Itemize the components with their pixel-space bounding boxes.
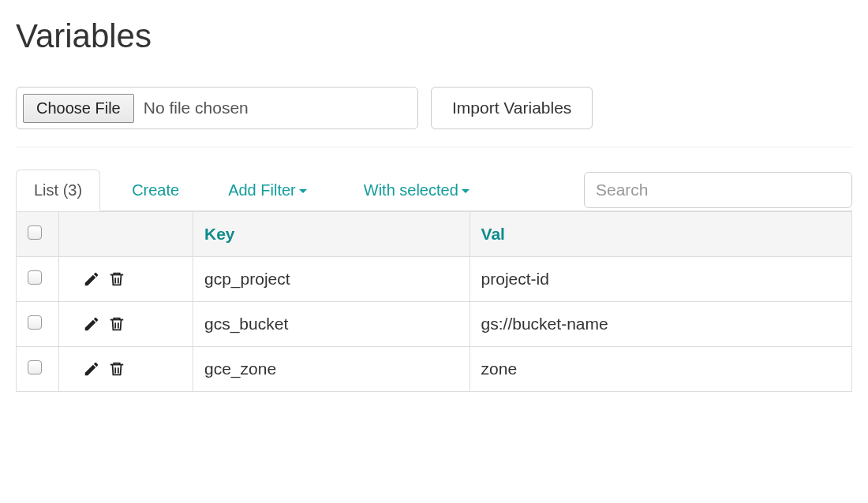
table-row: gcs_bucket gs://bucket-name [17,302,852,347]
with-selected-dropdown[interactable]: With selected [346,170,487,211]
caret-down-icon [462,189,470,193]
row-checkbox[interactable] [28,270,42,285]
select-all-header [17,212,59,257]
tab-list[interactable]: List (3) [16,170,100,211]
caret-down-icon [299,189,307,193]
delete-icon[interactable] [108,315,125,333]
row-checkbox[interactable] [28,315,42,330]
search-input[interactable] [584,172,852,208]
column-header-key[interactable]: Key [193,212,470,257]
table-row: gcp_project project-id [17,257,852,302]
import-variables-button[interactable]: Import Variables [431,87,593,129]
cell-val: gs://bucket-name [470,302,851,347]
edit-icon[interactable] [83,360,100,378]
delete-icon[interactable] [108,270,125,288]
row-checkbox[interactable] [28,360,42,374]
cell-key: gce_zone [193,347,470,392]
actions-header [59,212,193,257]
add-filter-dropdown[interactable]: Add Filter [211,170,324,211]
cell-key: gcp_project [193,257,470,302]
page-title: Variables [16,17,852,55]
create-link[interactable]: Create [114,170,196,211]
upload-row: Choose File No file chosen Import Variab… [16,87,852,147]
toolbar: List (3) Create Add Filter With selected [16,170,852,211]
choose-file-button[interactable]: Choose File [23,94,134,123]
table-row: gce_zone zone [17,347,852,392]
variables-table: Key Val gcp_project project-id [16,211,852,392]
edit-icon[interactable] [83,315,100,333]
cell-val: project-id [470,257,851,302]
with-selected-label: With selected [364,181,458,199]
cell-val: zone [470,347,851,392]
add-filter-label: Add Filter [228,181,296,199]
file-picker[interactable]: Choose File No file chosen [16,87,418,129]
cell-key: gcs_bucket [193,302,470,347]
column-header-val[interactable]: Val [470,212,851,257]
edit-icon[interactable] [83,270,100,288]
select-all-checkbox[interactable] [28,225,42,240]
delete-icon[interactable] [108,360,125,378]
file-status-text: No file chosen [144,99,249,117]
